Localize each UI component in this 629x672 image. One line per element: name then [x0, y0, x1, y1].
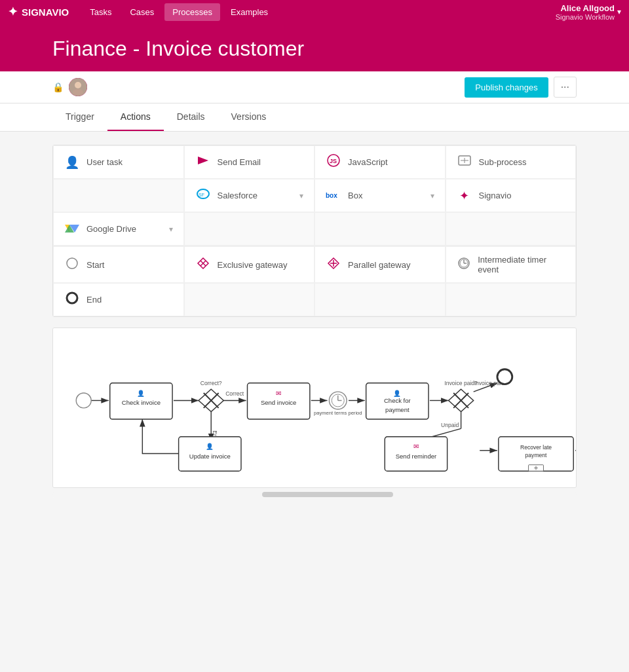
box-expand-icon: ▾: [430, 191, 434, 200]
palette-salesforce[interactable]: SF Salesforce ▾: [184, 179, 315, 212]
palette-end[interactable]: End: [53, 283, 184, 316]
svg-point-67: [497, 369, 512, 384]
svg-text:payment: payment: [385, 406, 410, 413]
palette-javascript[interactable]: JS JavaScript: [314, 145, 446, 179]
avatar: [69, 78, 87, 96]
svg-text:Update invoice: Update invoice: [189, 453, 231, 460]
user-menu[interactable]: Alice Allgood Signavio Workflow ▾: [556, 3, 621, 21]
logo-icon: ✦: [8, 5, 18, 19]
tab-actions[interactable]: Actions: [107, 103, 164, 131]
timer-event-label: Intermediate timer event: [478, 255, 565, 274]
palette-start[interactable]: Start: [53, 246, 184, 283]
svg-text:Correct?: Correct?: [200, 380, 222, 386]
start-label: Start: [86, 260, 104, 270]
tabs-bar: Trigger Actions Details Versions: [0, 103, 629, 132]
signavio-label: Signavio: [479, 191, 512, 200]
svg-text:✉: ✉: [413, 443, 419, 450]
svg-text:payment terms period: payment terms period: [314, 410, 362, 416]
palette: 👤 User task Send Email JS Jav: [52, 145, 577, 317]
svg-text:SF: SF: [199, 193, 204, 197]
palette-google-drive[interactable]: Google Drive ▾: [53, 212, 184, 246]
scrollbar-thumb[interactable]: [262, 492, 393, 497]
svg-text:JS: JS: [330, 158, 337, 164]
exclusive-gateway-icon: [195, 257, 211, 273]
horizontal-scrollbar[interactable]: [52, 491, 577, 498]
toolbar: 🔒 Publish changes ···: [0, 71, 629, 103]
svg-text:box: box: [326, 192, 337, 199]
timer-event-icon: [457, 257, 472, 273]
palette-send-email[interactable]: Send Email: [184, 145, 315, 179]
user-name: Alice Allgood: [556, 3, 615, 13]
box-icon: box: [326, 189, 341, 202]
page-title: Finance - Invoice customer: [52, 37, 577, 61]
palette-signavio[interactable]: ✦ Signavio: [446, 179, 577, 212]
palette-timer-event[interactable]: Intermediate timer event: [446, 246, 577, 283]
nav-processes[interactable]: Processes: [164, 3, 220, 21]
start-event: [76, 393, 91, 408]
user-chevron-icon: ▾: [617, 7, 621, 16]
parallel-gateway-icon: [326, 257, 341, 273]
palette-box[interactable]: box Box ▾: [314, 179, 446, 212]
user-subtitle: Signavio Workflow: [556, 13, 615, 21]
svg-text:✉: ✉: [276, 390, 281, 397]
svg-text:Check for: Check for: [384, 397, 411, 404]
svg-point-1: [75, 82, 81, 88]
end-icon: [64, 291, 80, 308]
salesforce-label: Salesforce: [218, 191, 257, 200]
user-task-label: User task: [86, 157, 123, 167]
main-content: 👤 User task Send Email JS Jav: [0, 132, 629, 512]
palette-user-task[interactable]: 👤 User task: [53, 145, 184, 179]
tab-trigger[interactable]: Trigger: [52, 103, 107, 131]
svg-text:Unpaid: Unpaid: [441, 422, 459, 428]
palette-grid: 👤 User task Send Email JS Jav: [53, 145, 576, 316]
svg-point-15: [67, 258, 77, 269]
bpmn-diagram: Correct Invoice paid Errors found Unpaid: [66, 341, 577, 472]
parallel-gateway-label: Parallel gateway: [348, 260, 410, 270]
exclusive-gateway-label: Exclusive gateway: [218, 260, 288, 270]
end-label: End: [86, 295, 102, 305]
send-email-icon: [195, 155, 211, 169]
tab-details[interactable]: Details: [164, 103, 218, 131]
sub-process-label: Sub-process: [479, 157, 527, 167]
salesforce-expand-icon: ▾: [299, 191, 303, 200]
google-drive-icon: [64, 221, 80, 237]
google-drive-label: Google Drive: [86, 224, 136, 234]
svg-point-2: [73, 89, 83, 96]
page-header: Finance - Invoice customer: [0, 24, 629, 71]
salesforce-icon: SF: [195, 187, 211, 204]
palette-parallel-gateway[interactable]: Parallel gateway: [314, 246, 446, 283]
svg-text:Send invoice: Send invoice: [261, 399, 297, 406]
svg-text:Check invoice: Check invoice: [122, 399, 161, 406]
svg-text:Invoice paid?: Invoice paid?: [444, 380, 478, 386]
nav-cases[interactable]: Cases: [122, 3, 162, 21]
nav-tasks[interactable]: Tasks: [82, 3, 119, 21]
logo-text: SIGNAVIO: [22, 7, 69, 18]
send-email-label: Send Email: [218, 157, 261, 167]
bpmn-canvas[interactable]: Correct Invoice paid Errors found Unpaid: [52, 327, 577, 488]
svg-text:👤: 👤: [393, 390, 401, 398]
svg-text:Send reminder: Send reminder: [396, 453, 437, 460]
svg-text:Correct: Correct: [225, 390, 244, 397]
box-label: Box: [348, 191, 362, 200]
start-icon: [64, 257, 80, 273]
nav-links: Tasks Cases Processes Examples: [82, 3, 542, 21]
google-drive-expand-icon: ▾: [169, 225, 173, 234]
lock-icon: 🔒: [52, 82, 64, 92]
more-button[interactable]: ···: [554, 77, 577, 98]
publish-button[interactable]: Publish changes: [465, 77, 548, 98]
javascript-label: JavaScript: [348, 157, 388, 167]
tab-versions[interactable]: Versions: [218, 103, 280, 131]
javascript-icon: JS: [326, 154, 341, 170]
logo: ✦ SIGNAVIO: [8, 5, 69, 19]
palette-sub-process[interactable]: Sub-process: [446, 145, 577, 179]
svg-text:Recover late: Recover late: [520, 444, 552, 451]
user-task-icon: 👤: [64, 155, 80, 170]
svg-text:👤: 👤: [137, 390, 145, 398]
svg-text:payment: payment: [525, 452, 548, 458]
navbar: ✦ SIGNAVIO Tasks Cases Processes Example…: [0, 0, 629, 24]
svg-text:👤: 👤: [206, 443, 214, 451]
svg-marker-3: [198, 157, 208, 164]
nav-examples[interactable]: Examples: [223, 3, 276, 21]
svg-point-26: [67, 293, 77, 303]
palette-exclusive-gateway[interactable]: Exclusive gateway: [184, 246, 315, 283]
